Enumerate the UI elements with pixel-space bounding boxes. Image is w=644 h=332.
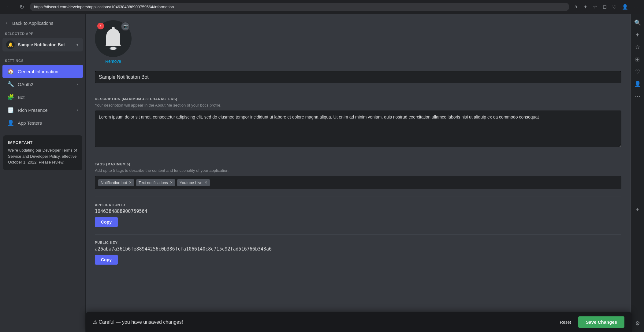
reset-button[interactable]: Reset <box>555 317 576 327</box>
search-icon[interactable]: 🔍 <box>632 17 643 28</box>
more-options-icon[interactable]: ⋯ <box>632 3 640 11</box>
read-aloud-icon[interactable]: 𝐀 <box>572 3 580 11</box>
rich-presence-label: Rich Presence <box>18 108 48 113</box>
unsaved-warning-text: ⚠ Careful — you have unsaved changes! <box>93 319 555 325</box>
app-testers-label: App Testers <box>18 120 42 126</box>
sidebar-item-bot[interactable]: 🧩 Bot <box>2 91 83 104</box>
copy-public-key-button[interactable]: Copy <box>95 255 118 265</box>
tag-remove-text-notifications[interactable]: ✕ <box>170 180 173 185</box>
browser-actions: 𝐀 ✦ ☆ ⊡ ♡ 👤 ⋯ <box>572 3 640 11</box>
plus-icon[interactable]: + <box>632 204 643 215</box>
important-title: IMPORTANT <box>8 140 77 145</box>
rich-presence-arrow-icon: › <box>77 108 78 112</box>
settings-icon[interactable]: ⚙ <box>632 318 643 329</box>
selected-app-dropdown[interactable]: 🔔 Sample Notificaton Bot ▼ <box>2 38 83 51</box>
unsaved-changes-bar: ⚠ Careful — you have unsaved changes! Re… <box>86 312 632 332</box>
wrench-icon: 🔧 <box>7 81 14 88</box>
important-text: We're updating our Developer Terms of Se… <box>8 147 77 165</box>
tags-label: TAGS (MAXIMUM 5) <box>95 162 621 166</box>
person-icon: 👤 <box>7 119 14 126</box>
divider-1 <box>95 91 621 91</box>
divider-2 <box>95 156 621 156</box>
ellipsis-icon[interactable]: ⋯ <box>632 91 643 102</box>
divider-4 <box>95 234 621 235</box>
general-information-label: General Information <box>18 69 58 74</box>
app-name-label: Sample Notificaton Bot <box>18 42 73 47</box>
avatar-wrapper: ! 📷 <box>95 20 132 57</box>
description-textarea[interactable]: Lorem ipsum dolor sit amet, consectetur … <box>95 111 621 147</box>
app-name-input[interactable] <box>95 71 621 83</box>
feedback-icon[interactable]: ♡ <box>610 3 618 11</box>
important-box: IMPORTANT We're updating our Developer T… <box>3 135 82 170</box>
star-icon[interactable]: ✦ <box>632 29 643 40</box>
puzzle-icon: 🧩 <box>7 94 14 100</box>
description-label: DESCRIPTION (MAXIMUM 400 CHARACTERS) <box>95 97 621 101</box>
browser-chrome: ← ↻ 𝐀 ✦ ☆ ⊡ ♡ 👤 ⋯ <box>0 0 644 14</box>
settings-section-label: SETTINGS <box>0 56 85 65</box>
public-key-label: PUBLIC KEY <box>95 241 621 244</box>
divider-3 <box>95 197 621 197</box>
tag-label-notification-bot: Notification bot <box>101 180 127 185</box>
warning-icon: ⚠ <box>93 319 99 325</box>
oauth2-arrow-icon: › <box>77 82 78 86</box>
list-icon: 🗒️ <box>7 107 14 113</box>
app-id-value: 1046384888900759564 <box>95 209 621 214</box>
translate-icon[interactable]: ✦ <box>582 3 589 11</box>
tags-section: TAGS (MAXIMUM 5) Add up to 5 tags to des… <box>95 162 621 189</box>
avatar-section: ! 📷 Remove <box>95 20 621 64</box>
back-arrow-icon: ← <box>5 20 10 26</box>
sidebar-item-app-testers[interactable]: 👤 App Testers <box>2 116 83 129</box>
tag-label-youtube-live: Youtube Live <box>180 180 203 185</box>
right-panel: 🔍 ✦ ☆ ⊞ ♡ 👤 ⋯ + ⚙ <box>631 14 644 332</box>
sidebar-item-general-information[interactable]: 🏠 General Information <box>2 65 83 78</box>
app-icon: 🔔 <box>6 40 15 49</box>
heart-icon[interactable]: ♡ <box>632 66 643 77</box>
tags-sublabel: Add up to 5 tags to describe the content… <box>95 168 621 173</box>
main-content: ! 📷 Remove DESCRIPTION (MAXIMUM 400 CHAR… <box>86 14 631 332</box>
app-id-label: APPLICATION ID <box>95 203 621 207</box>
back-button[interactable]: ← <box>4 2 14 11</box>
grid-icon[interactable]: ⊞ <box>632 54 643 65</box>
profile-icon[interactable]: 👤 <box>620 3 630 11</box>
tag-remove-notification-bot[interactable]: ✕ <box>129 180 132 185</box>
bot-label: Bot <box>18 95 25 100</box>
favorites-icon[interactable]: ☆ <box>591 3 599 11</box>
sidebar-item-rich-presence[interactable]: 🗒️ Rich Presence › <box>2 104 83 116</box>
bookmark-icon[interactable]: ☆ <box>632 42 643 53</box>
save-changes-button[interactable]: Save Changes <box>578 316 624 328</box>
public-key-section: PUBLIC KEY a26aba7a361b6fe88944256c0b386… <box>95 241 621 265</box>
tag-label-text-notifications: Text notifications <box>139 180 168 185</box>
app-name-section <box>95 71 621 83</box>
dropdown-arrow-icon: ▼ <box>76 43 79 47</box>
tag-notification-bot: Notification bot ✕ <box>98 179 134 186</box>
oauth2-label: OAuth2 <box>18 82 33 87</box>
sidebar-item-oauth2[interactable]: 🔧 OAuth2 › <box>2 78 83 91</box>
tag-remove-youtube-live[interactable]: ✕ <box>204 180 207 185</box>
back-to-applications-link[interactable]: ← Back to Applications <box>0 14 85 31</box>
tags-container[interactable]: Notification bot ✕ Text notifications ✕ … <box>95 176 621 189</box>
collections-icon[interactable]: ⊡ <box>601 3 609 11</box>
copy-app-id-button[interactable]: Copy <box>95 217 118 227</box>
description-sublabel: Your description will appear in the Abou… <box>95 103 621 108</box>
tag-text-notifications: Text notifications ✕ <box>136 179 175 186</box>
tag-youtube-live: Youtube Live ✕ <box>177 179 210 186</box>
user-icon[interactable]: 👤 <box>632 78 643 89</box>
public-key-value: a26aba7a361b6fe88944256c0b386fcfa1066140… <box>95 246 621 252</box>
selected-app-section-label: SELECTED APP <box>0 31 85 38</box>
back-to-applications-label: Back to Applications <box>12 21 53 26</box>
notification-dot: ! <box>97 23 104 29</box>
svg-point-1 <box>112 27 115 30</box>
remove-avatar-link[interactable]: Remove <box>95 59 132 64</box>
sidebar: ← Back to Applications SELECTED APP 🔔 Sa… <box>0 14 86 332</box>
avatar-edit-badge[interactable]: 📷 <box>121 22 130 31</box>
svg-point-2 <box>110 47 116 50</box>
app-id-section: APPLICATION ID 1046384888900759564 Copy <box>95 203 621 227</box>
home-icon: 🏠 <box>7 68 14 75</box>
refresh-button[interactable]: ↻ <box>17 2 27 12</box>
app-layout: ← Back to Applications SELECTED APP 🔔 Sa… <box>0 14 644 332</box>
url-bar[interactable] <box>30 3 569 11</box>
warning-message: Careful — you have unsaved changes! <box>99 319 183 325</box>
description-section: DESCRIPTION (MAXIMUM 400 CHARACTERS) You… <box>95 97 621 149</box>
